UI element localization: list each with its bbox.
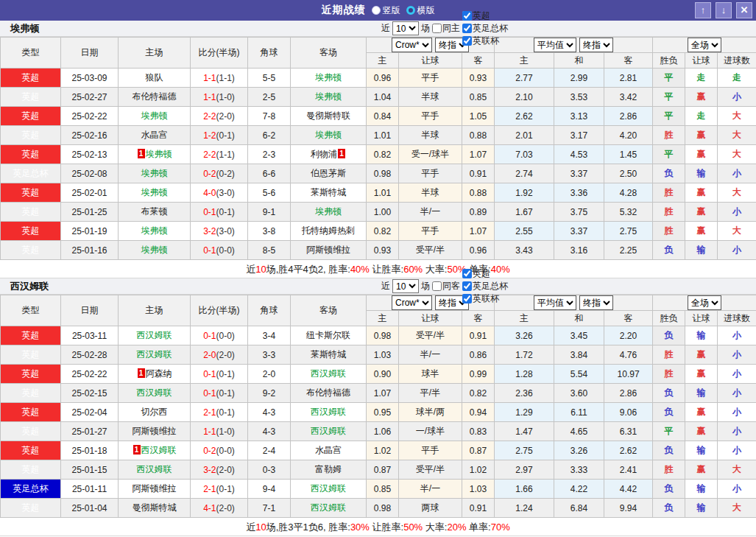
match-row: 英超 25-02-28 西汉姆联 2-0(2-0) 3-3 莱斯特城 1.03 … <box>1 345 756 365</box>
home-team: 阿斯顿维拉 <box>133 426 177 436</box>
avg-type-select[interactable]: 终指 <box>579 38 613 52</box>
avg-odds-away: 3.42 <box>604 88 653 107</box>
result-goals: 小 <box>718 203 756 222</box>
league-badge: 英超 <box>1 460 61 480</box>
league-badge: 英超 <box>1 203 61 222</box>
avg-selector-cell: 平均值终指 <box>495 38 653 53</box>
result-goals: 小 <box>718 384 756 403</box>
score-cell: 3-2(3-0) <box>191 222 248 241</box>
result-wdl: 胜 <box>653 460 685 480</box>
col-date: 日期 <box>61 295 119 326</box>
league-badge: 英超 <box>1 126 61 145</box>
arrow-down-icon[interactable]: ↓ <box>716 2 732 18</box>
corners-cell: 7-8 <box>248 107 291 126</box>
handicap-line: 半/一 <box>399 203 462 222</box>
match-row: 英超 25-02-04 切尔西 2-1(0-1) 4-3 西汉姆联 0.95 球… <box>1 403 756 422</box>
league-checkbox[interactable]: 英超 <box>462 267 508 280</box>
result-goals: 大 <box>718 126 756 145</box>
avg-type-select[interactable]: 终指 <box>579 295 613 310</box>
home-team-cell: 1阿森纳 <box>119 365 191 384</box>
handicap-odds-away: 1.03 <box>462 480 495 499</box>
result-goals: 小 <box>718 441 756 460</box>
col-corners: 角球 <box>248 295 291 326</box>
handicap-odds-home: 1.00 <box>367 203 399 222</box>
home-team: 西汉姆联 <box>137 387 172 398</box>
result-wdl: 负 <box>653 441 685 460</box>
corners-cell: 7-1 <box>248 499 291 518</box>
score-cell: 0-2(0-2) <box>191 164 248 183</box>
league-badge: 英超 <box>1 499 61 518</box>
half-time-score: (1-0) <box>216 427 235 437</box>
result-handicap: 赢 <box>685 345 718 365</box>
result-handicap: 输 <box>685 480 718 499</box>
result-wdl: 负 <box>653 384 685 403</box>
match-row: 英超 25-03-09 狼队 1-1(1-1) 5-5 埃弗顿 0.96 平手 … <box>1 69 756 88</box>
half-time-score: (2-0) <box>216 111 235 122</box>
handicap-odds-away: 0.88 <box>462 126 495 145</box>
match-count-select[interactable]: 10 <box>392 279 419 293</box>
result-wdl: 平 <box>653 107 685 126</box>
league-badge: 英超 <box>1 441 61 460</box>
match-date: 25-01-16 <box>61 241 119 260</box>
team-bar: 西汉姆联 近 10 场 同客 英超英足总杯英联杯 <box>0 278 756 295</box>
full-time-score: 0-1 <box>203 207 216 217</box>
result-goals: 大 <box>718 499 756 518</box>
match-count-select[interactable]: 10 <box>392 21 419 35</box>
col-avg-home: 主 <box>495 53 554 69</box>
away-team-cell: 水晶宫 <box>291 441 367 460</box>
scope-select[interactable]: 全场 <box>688 38 721 52</box>
home-team-cell: 西汉姆联 <box>119 345 191 365</box>
away-team-cell: 西汉姆联 <box>291 403 367 422</box>
match-row: 英超 25-01-19 埃弗顿 3-2(3-0) 3-8 托特纳姆热刺 0.82… <box>1 222 756 241</box>
avg-odds-draw: 3.53 <box>554 88 604 107</box>
league-checkboxes: 英超英足总杯英联杯 <box>462 10 508 47</box>
match-row: 英超 25-01-25 布莱顿 0-1(0-1) 9-1 埃弗顿 1.00 半/… <box>1 203 756 222</box>
handicap-odds-home: 1.04 <box>367 88 399 107</box>
away-team-cell: 阿斯顿维拉 <box>291 241 367 260</box>
corners-cell: 9-4 <box>248 480 291 499</box>
close-icon[interactable]: ✕ <box>736 2 752 18</box>
avg-odds-away: 2.86 <box>604 107 653 126</box>
match-date: 25-02-01 <box>61 183 119 203</box>
result-handicap: 赢 <box>685 222 718 241</box>
match-row: 英超 25-02-15 西汉姆联 0-1(0-1) 9-2 布伦特福德 1.07… <box>1 384 756 403</box>
arrow-up-icon[interactable]: ↑ <box>695 2 711 18</box>
col-type: 类型 <box>1 38 61 69</box>
league-checkbox[interactable]: 英联杯 <box>462 292 508 305</box>
handicap-odds-away: 1.07 <box>462 145 495 164</box>
col-odds-away: 客 <box>462 53 495 69</box>
handicap-odds-away: 0.89 <box>462 203 495 222</box>
score-cell: 1-1(1-0) <box>191 88 248 107</box>
col-avg-away: 客 <box>604 311 653 326</box>
col-odds-home: 主 <box>367 53 399 69</box>
avg-odds-draw: 6.11 <box>554 403 604 422</box>
avg-source-select[interactable]: 平均值 <box>534 38 576 52</box>
result-handicap: 赢 <box>685 88 718 107</box>
handicap-odds-away: 0.91 <box>462 164 495 183</box>
away-team-cell: 莱斯特城 <box>291 183 367 203</box>
full-time-score: 0-1 <box>203 369 216 379</box>
handicap-line: 球半 <box>399 365 462 384</box>
home-team-cell: 西汉姆联 <box>119 384 191 403</box>
same-venue-checkbox[interactable]: 同客 <box>432 280 460 292</box>
corners-cell: 3-3 <box>248 345 291 365</box>
col-avg-draw: 和 <box>554 53 604 69</box>
result-handicap: 输 <box>685 164 718 183</box>
col-odds-home: 主 <box>367 311 399 326</box>
avg-source-select[interactable]: 平均值 <box>534 295 576 310</box>
match-row: 英超 25-02-22 埃弗顿 2-2(2-0) 7-8 曼彻斯特联 0.84 … <box>1 107 756 126</box>
near-label: 近 <box>381 22 390 35</box>
league-checkbox[interactable]: 英足总杯 <box>462 280 508 292</box>
league-checkbox[interactable]: 英联杯 <box>462 35 508 47</box>
same-venue-checkbox[interactable]: 同主 <box>432 22 460 35</box>
match-row: 英超 25-01-18 1西汉姆联 0-2(0-0) 2-4 水晶宫 1.02 … <box>1 441 756 460</box>
league-checkbox[interactable]: 英超 <box>462 10 508 22</box>
scope-select[interactable]: 全场 <box>688 295 721 310</box>
away-team: 西汉姆联 <box>311 502 346 513</box>
handicap-line: 半球 <box>399 183 462 203</box>
league-checkbox[interactable]: 英足总杯 <box>462 22 508 35</box>
col-away: 客场 <box>291 38 367 69</box>
avg-odds-home: 2.36 <box>495 384 554 403</box>
handicap-odds-away: 0.88 <box>462 183 495 203</box>
score-cell: 1-1(1-0) <box>191 422 248 441</box>
